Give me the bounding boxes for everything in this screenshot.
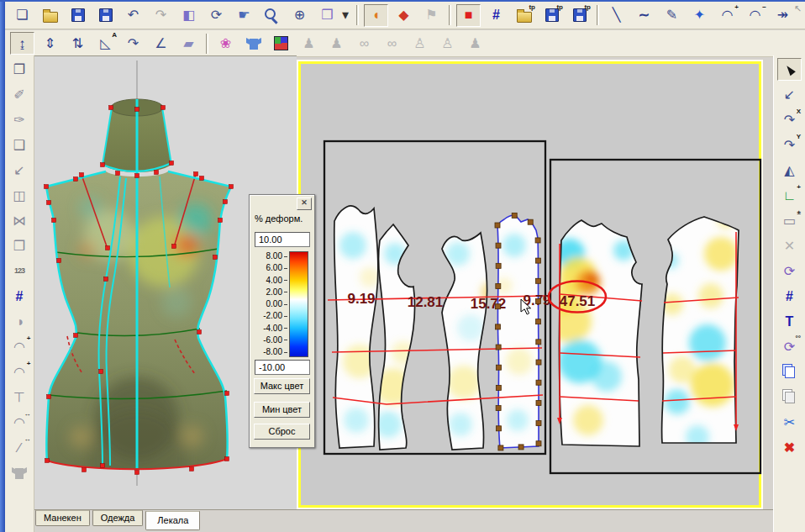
selection-handle[interactable] xyxy=(535,258,540,263)
selection-handle[interactable] xyxy=(536,441,541,446)
selection-handle[interactable] xyxy=(496,385,501,390)
dimension-vertical-button[interactable]: ↨ xyxy=(10,32,34,55)
dimension-dashed-button[interactable]: ⇕ xyxy=(38,32,62,55)
select-cursor-button[interactable] xyxy=(777,58,802,81)
zoom-extents-button[interactable]: ⊕ xyxy=(287,4,312,27)
curve-add-2-button[interactable]: ◠+ xyxy=(8,361,32,383)
mannequin-handle[interactable] xyxy=(135,108,139,112)
layers-dropdown-button[interactable]: ▾ xyxy=(339,4,351,27)
selection-handle[interactable] xyxy=(496,263,501,268)
selection-handle[interactable] xyxy=(495,324,500,329)
cylinders-button[interactable]: ❒ xyxy=(8,234,32,257)
mannequin-handle[interactable] xyxy=(135,471,139,475)
layers-button[interactable]: ❒ xyxy=(315,4,339,27)
selection-handle[interactable] xyxy=(518,445,524,450)
curve-tool-button[interactable]: ∼ xyxy=(632,4,656,27)
mannequin-handle[interactable] xyxy=(116,171,120,176)
mannequin-handle[interactable] xyxy=(57,259,61,263)
new-document-button[interactable]: ❏ xyxy=(10,4,34,27)
mannequin-handle[interactable] xyxy=(80,173,84,177)
mannequin-handle[interactable] xyxy=(74,334,78,338)
axes-add-button[interactable]: ∟+ xyxy=(777,184,802,207)
mirror-join-button[interactable]: ⋈ xyxy=(8,209,32,232)
slant-measure-button[interactable]: ∕↔ xyxy=(8,436,32,459)
min-color-button[interactable]: Мин цвет xyxy=(254,402,310,418)
grid-2d-button[interactable]: # xyxy=(777,285,802,308)
flower-palette-button[interactable]: ❀ xyxy=(213,32,238,55)
area-label-button[interactable]: ◺A xyxy=(93,32,118,55)
mannequin-handle[interactable] xyxy=(101,464,105,468)
deformation-panel[interactable]: ✕ % деформ. 8.006.004.002.000.00-2.00-4.… xyxy=(249,194,315,448)
mannequin-handle[interactable] xyxy=(225,457,229,461)
selection-handle[interactable] xyxy=(498,445,503,450)
tp-open-button[interactable]: tp xyxy=(512,4,536,27)
line-tool-button[interactable]: ╲ xyxy=(604,4,629,27)
copy-button[interactable] xyxy=(777,361,802,383)
rotate-save-button[interactable]: ⟳ xyxy=(777,260,802,282)
split-view-button[interactable]: ◧ xyxy=(176,4,201,27)
redo-button[interactable]: ↷ xyxy=(149,4,173,27)
grid-button[interactable]: # xyxy=(484,4,508,27)
selection-handle[interactable] xyxy=(512,213,517,218)
selection-handle[interactable] xyxy=(535,278,540,283)
selection-handle[interactable] xyxy=(536,319,541,324)
measure-angle-button[interactable]: ◭ xyxy=(777,159,802,182)
delete-button[interactable]: ✖ xyxy=(777,436,802,459)
selection-handle[interactable] xyxy=(536,360,541,365)
selection-handle[interactable] xyxy=(496,406,501,411)
pan-view-button[interactable]: ☛ xyxy=(232,4,256,27)
mannequin-handle[interactable] xyxy=(170,161,174,166)
open-file-button[interactable] xyxy=(38,4,62,27)
roll-surface-button[interactable]: ◫ xyxy=(8,184,32,207)
selection-handle[interactable] xyxy=(536,421,541,426)
save-project-button[interactable] xyxy=(93,4,118,27)
mannequin-handle[interactable] xyxy=(47,201,51,205)
rotate-degrees-button[interactable]: ⟳°° xyxy=(777,335,802,358)
mannequin-handle[interactable] xyxy=(224,200,228,204)
pick-arrow-button[interactable]: ↙ xyxy=(8,159,32,182)
tab-mannequin[interactable]: Манекен xyxy=(35,510,90,526)
cut-scissors-button[interactable]: ✂ xyxy=(777,411,802,434)
split-curve-button[interactable]: ↠ xyxy=(771,4,795,27)
save-file-button[interactable] xyxy=(66,4,90,27)
mannequin-handle[interactable] xyxy=(218,219,223,223)
grab-surface-button[interactable]: ❑ xyxy=(8,134,32,156)
mannequin-handle[interactable] xyxy=(135,174,139,178)
selection-handle[interactable] xyxy=(497,426,502,431)
mannequin-handle[interactable] xyxy=(161,106,166,110)
mirror-y-button[interactable]: ↷Y xyxy=(777,134,802,156)
tshirt-button[interactable] xyxy=(8,461,32,484)
pencil-tool-button[interactable]: ✎ xyxy=(660,4,684,27)
panel-close-button[interactable]: ✕ xyxy=(297,198,312,210)
dimension-double-button[interactable]: ⇅ xyxy=(66,32,90,55)
tab-clothing[interactable]: Одежда xyxy=(92,510,144,526)
mannequin-handle[interactable] xyxy=(104,277,108,282)
mannequin-handle[interactable] xyxy=(45,459,50,463)
clothing-button[interactable] xyxy=(241,32,266,55)
selection-handle[interactable] xyxy=(536,380,541,385)
ruler-button[interactable]: ▰ xyxy=(176,32,201,55)
move-point-button[interactable]: ■ xyxy=(456,4,481,27)
knife-1-button[interactable]: ✐ xyxy=(8,83,32,106)
min-deform-input[interactable] xyxy=(255,360,310,375)
mannequin-handle[interactable] xyxy=(197,330,202,334)
mannequin-handle[interactable] xyxy=(82,468,87,472)
zoom-button[interactable] xyxy=(260,4,284,27)
tp-save-as-button[interactable]: tp xyxy=(567,4,592,27)
mannequin-handle[interactable] xyxy=(213,255,218,260)
mirror-ellipse-button[interactable]: ◑ xyxy=(8,310,32,333)
point-tool-button[interactable]: ✦ xyxy=(687,4,712,27)
mannequin-handle[interactable] xyxy=(172,245,176,249)
mannequin-handle[interactable] xyxy=(106,246,110,250)
mannequin-handle[interactable] xyxy=(74,177,78,182)
mannequin-handle[interactable] xyxy=(109,106,113,110)
selection-handle[interactable] xyxy=(536,298,541,303)
mannequin-handle[interactable] xyxy=(200,176,204,181)
tee-handle-button[interactable]: ⊤ xyxy=(8,386,32,408)
mannequin-handle[interactable] xyxy=(52,219,56,223)
tp-save-button[interactable]: tp xyxy=(539,4,564,27)
knife-2-button[interactable]: ✑ xyxy=(8,108,32,131)
max-deform-input[interactable] xyxy=(255,232,310,247)
arc-rotate-button[interactable]: ↷ xyxy=(121,32,145,55)
selection-handle[interactable] xyxy=(496,284,501,289)
